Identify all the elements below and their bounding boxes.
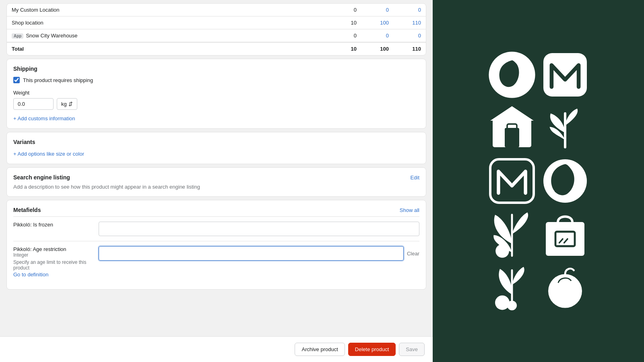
shipping-title: Shipping <box>13 66 419 72</box>
metafield-is-frozen-row: Pikkoló: Is frozen <box>13 216 419 241</box>
chevron-down-icon: ⇵ <box>68 101 73 107</box>
delete-product-button[interactable]: Delete product <box>348 343 396 356</box>
age-restriction-type: Integer <box>13 252 94 258</box>
round-fruit-icon <box>541 263 589 311</box>
seo-header: Search engine listing Edit <box>13 174 419 181</box>
metafield-label-col: Pikkoló: Age restriction Integer Specify… <box>13 246 94 278</box>
icon-cell-10 <box>541 263 589 311</box>
unavailable-cell: 0 <box>329 4 361 16</box>
icon-grid <box>480 43 597 319</box>
leaf-circle-icon <box>488 51 536 99</box>
metafields-header: Metafields Show all <box>13 207 419 213</box>
right-panel <box>433 0 644 362</box>
table-row: Shop location 10 100 110 <box>7 16 426 29</box>
is-frozen-input[interactable] <box>99 222 419 236</box>
available-link[interactable]: 0 <box>418 7 421 13</box>
table-row: My Custom Location 0 0 0 <box>7 4 426 16</box>
leaf-oval-icon <box>541 157 589 205</box>
committed-link[interactable]: 0 <box>386 7 389 13</box>
metafields-card: Metafields Show all Pikkoló: Is frozen P… <box>6 200 426 290</box>
seo-card: Search engine listing Edit Add a descrip… <box>6 167 426 197</box>
requires-shipping-checkbox[interactable] <box>13 77 20 83</box>
available-link[interactable]: 0 <box>418 33 421 39</box>
weight-label: Weight <box>13 90 419 96</box>
weight-unit-selector[interactable]: kg ⇵ <box>57 98 77 110</box>
committed-cell: 100 <box>361 16 394 29</box>
shipping-card: Shipping This product requires shipping … <box>6 59 426 129</box>
unavailable-cell: 0 <box>329 29 361 43</box>
available-cell: 0 <box>394 4 426 16</box>
total-unavailable: 10 <box>329 42 361 55</box>
weight-row: kg ⇵ <box>13 98 419 110</box>
spacer <box>0 293 433 325</box>
total-committed: 100 <box>361 42 394 55</box>
available-cell: 0 <box>394 29 426 43</box>
committed-link[interactable]: 100 <box>380 20 389 26</box>
committed-cell: 0 <box>361 4 394 16</box>
location-cell: AppSnow City Warehouse <box>7 29 329 43</box>
add-customs-link[interactable]: + Add customs information <box>13 115 75 121</box>
unavailable-cell: 10 <box>329 16 361 29</box>
icon-cell-9 <box>488 263 536 311</box>
house-bag-icon <box>488 104 536 152</box>
icon-cell-6 <box>541 157 589 205</box>
metafield-label-col: Pikkoló: Is frozen <box>13 222 94 228</box>
weight-unit-label: kg <box>61 101 67 107</box>
show-all-link[interactable]: Show all <box>400 207 419 213</box>
svg-point-13 <box>548 274 582 308</box>
go-to-definition-link[interactable]: Go to definition <box>13 272 48 278</box>
available-link[interactable]: 110 <box>412 20 421 26</box>
variants-card: Variants + Add options like size or colo… <box>6 132 426 164</box>
clear-button[interactable]: Clear <box>407 249 419 258</box>
bottom-toolbar: Archive product Delete product Save <box>0 336 433 362</box>
seo-title: Search engine listing <box>13 174 70 181</box>
seo-description: Add a description to see how this produc… <box>13 184 419 190</box>
svg-point-8 <box>495 244 509 258</box>
icon-cell-7 <box>488 210 536 258</box>
svg-point-12 <box>507 301 517 311</box>
svg-point-11 <box>495 295 510 310</box>
letter-m-rounded-icon <box>541 51 589 99</box>
add-options-link[interactable]: + Add options like size or color <box>13 151 84 157</box>
committed-cell: 0 <box>361 29 394 43</box>
icon-cell-4 <box>541 104 589 152</box>
svg-rect-6 <box>490 159 534 203</box>
archive-product-button[interactable]: Archive product <box>295 343 345 356</box>
variants-title: Variants <box>13 139 419 145</box>
requires-shipping-label: This product requires shipping <box>23 77 93 83</box>
age-restriction-label: Pikkoló: Age restriction <box>13 246 94 252</box>
icon-cell-8 <box>541 210 589 258</box>
bag-with-window-icon <box>541 210 589 258</box>
requires-shipping-row: This product requires shipping <box>13 77 419 83</box>
total-available: 110 <box>394 42 426 55</box>
svg-rect-9 <box>546 222 584 256</box>
age-input-wrapper: Clear <box>99 246 419 261</box>
icon-cell-5 <box>488 157 536 205</box>
save-button[interactable]: Save <box>399 343 425 356</box>
seo-edit-link[interactable]: Edit <box>411 175 419 181</box>
total-label: Total <box>7 42 329 55</box>
svg-marker-3 <box>490 106 534 121</box>
location-cell: Shop location <box>7 16 329 29</box>
small-leaf-circle-icon <box>488 263 536 311</box>
large-leaf-icon <box>488 210 536 258</box>
app-badge: App <box>12 33 23 39</box>
age-restriction-description: Specify an age limit to receive this pro… <box>13 259 94 271</box>
inventory-card: My Custom Location 0 0 0 Shop location 1… <box>6 3 426 56</box>
plant-branch-icon <box>541 104 589 152</box>
available-cell: 110 <box>394 16 426 29</box>
inventory-table: My Custom Location 0 0 0 Shop location 1… <box>7 4 426 55</box>
is-frozen-label: Pikkoló: Is frozen <box>13 222 94 228</box>
icon-cell-3 <box>488 104 536 152</box>
location-cell: My Custom Location <box>7 4 329 16</box>
committed-link[interactable]: 0 <box>386 33 389 39</box>
metafields-title: Metafields <box>13 207 41 213</box>
weight-input[interactable] <box>13 98 54 110</box>
table-row: AppSnow City Warehouse 0 0 0 <box>7 29 426 43</box>
age-restriction-input[interactable] <box>99 246 404 261</box>
metafield-age-row: Pikkoló: Age restriction Integer Specify… <box>13 241 419 283</box>
icon-cell-2 <box>541 51 589 99</box>
main-content: My Custom Location 0 0 0 Shop location 1… <box>0 0 433 362</box>
total-row: Total 10 100 110 <box>7 42 426 55</box>
icon-cell-1 <box>488 51 536 99</box>
